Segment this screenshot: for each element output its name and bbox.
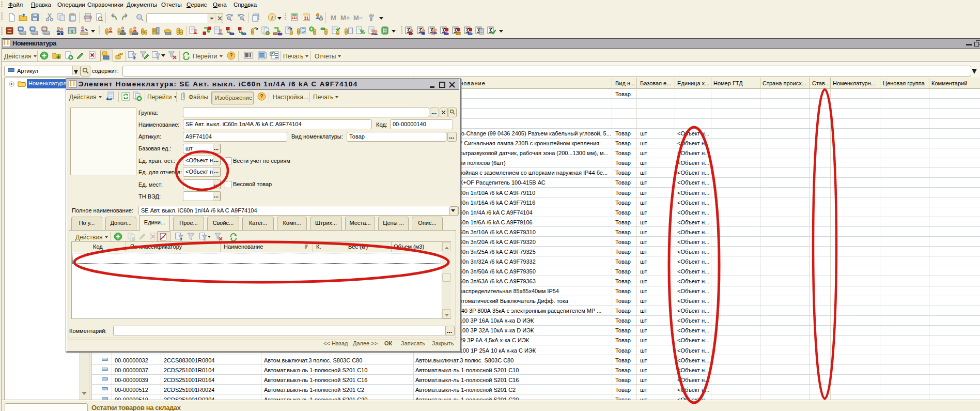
svg-text:$: $ — [71, 30, 73, 34]
svg-text:?: ? — [260, 93, 263, 99]
svg-text:31: 31 — [304, 16, 309, 21]
svg-text:?: ? — [229, 52, 232, 58]
